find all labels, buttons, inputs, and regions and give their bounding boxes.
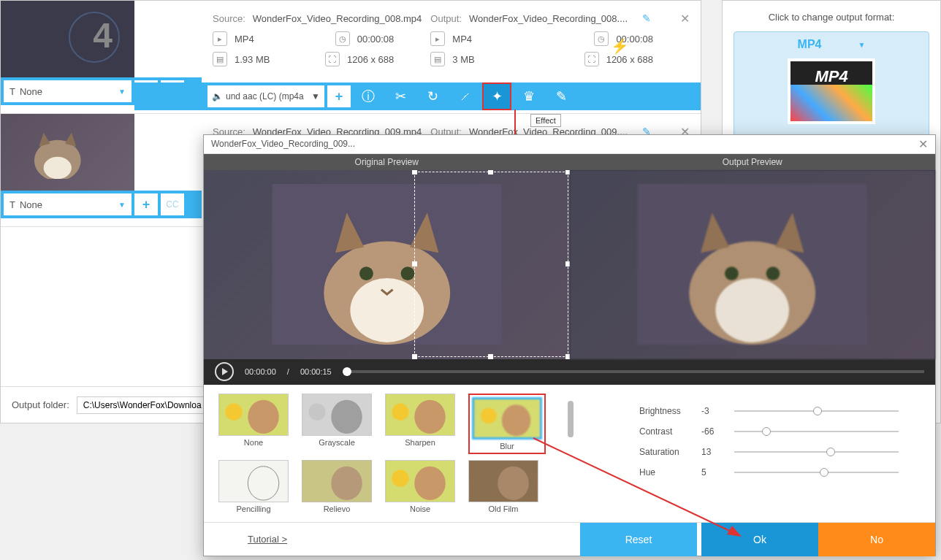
close-icon[interactable]: ✕ xyxy=(918,137,928,151)
speaker-icon: 🔈 xyxy=(212,91,223,101)
effect-blur[interactable]: Blur xyxy=(472,397,542,450)
svg-point-34 xyxy=(498,467,528,500)
format-panel-label: Click to change output format: xyxy=(734,12,929,23)
contrast-slider-row: Contrast-66 xyxy=(639,421,899,442)
chevron-down-icon: ▼ xyxy=(311,91,320,101)
svg-point-15 xyxy=(225,404,242,421)
source-filename: WonderFox_Video_Recording_008.mp4 xyxy=(253,13,422,24)
clock-icon: ◷ xyxy=(335,31,350,46)
svg-point-24 xyxy=(481,408,497,424)
resolution-icon: ⛶ xyxy=(325,52,340,66)
effect-pencilling[interactable]: Pencilling xyxy=(218,460,289,513)
svg-point-29 xyxy=(331,467,362,500)
effect-sharpen[interactable]: Sharpen xyxy=(385,394,455,454)
chevron-down-icon: ▼ xyxy=(118,201,126,209)
hue-slider[interactable] xyxy=(734,472,899,473)
chevron-down-icon: ▼ xyxy=(118,88,126,96)
effect-blur-highlight: Blur xyxy=(468,394,546,454)
timeline-slider[interactable] xyxy=(343,370,924,373)
time-total: 00:00:15 xyxy=(300,367,332,376)
play-button[interactable] xyxy=(215,362,234,381)
filesize-icon: ▤ xyxy=(430,52,445,66)
video-thumbnail[interactable]: 4 xyxy=(1,1,134,77)
add-audio-button[interactable]: + xyxy=(327,85,351,107)
svg-point-1 xyxy=(44,157,72,180)
format-selector[interactable]: MP4▼ MP4 xyxy=(734,31,929,138)
format-icon: ▸ xyxy=(213,31,227,46)
original-preview-header: Original Preview xyxy=(204,154,570,170)
text-icon: T xyxy=(9,86,15,97)
ok-button[interactable]: Ok xyxy=(701,523,818,556)
chevron-down-icon: ▼ xyxy=(858,41,866,49)
svg-point-12 xyxy=(725,267,739,281)
saturation-slider-row: Saturation13 xyxy=(639,442,899,462)
cut-button[interactable]: ✂ xyxy=(386,83,415,110)
svg-point-25 xyxy=(502,404,530,436)
effect-noise[interactable]: Noise xyxy=(385,460,455,513)
effect-button[interactable]: ✦ xyxy=(482,83,511,110)
reset-button[interactable]: Reset xyxy=(580,523,697,556)
svg-point-8 xyxy=(400,267,414,281)
effects-grid: None Grayscale Sharpen Blur Pencilling R… xyxy=(218,394,546,513)
tutorial-link[interactable]: Tutorial > xyxy=(204,534,580,545)
item-toolbar-left: TNone ▼ + CC xyxy=(1,191,202,218)
time-current: 00:00:00 xyxy=(245,367,276,376)
effect-oldfilm[interactable]: Old Film xyxy=(468,460,538,513)
resolution-icon: ⛶ xyxy=(584,52,599,66)
scrollbar[interactable] xyxy=(568,401,574,437)
output-preview-pane xyxy=(570,170,936,359)
video-track-select[interactable]: TNone ▼ xyxy=(4,193,132,215)
brightness-slider[interactable] xyxy=(734,410,899,412)
crop-button[interactable]: ⟋ xyxy=(450,83,479,110)
cat-thumbnail-image xyxy=(1,114,115,179)
effect-grayscale[interactable]: Grayscale xyxy=(302,394,372,454)
selection-box[interactable] xyxy=(414,172,568,357)
original-preview-pane[interactable] xyxy=(204,170,570,359)
preview-image xyxy=(597,184,907,345)
dialog-titlebar: WonderFox_Video_Recording_009... ✕ xyxy=(204,135,935,154)
editing-toolbar: 🔈und aac (LC) (mp4a ▼ + ⓘ ✂ ↻ ⟋ ✦ ♛ ✎ xyxy=(134,83,701,110)
svg-point-32 xyxy=(414,467,445,500)
contrast-slider[interactable] xyxy=(734,431,899,432)
subtitle-button[interactable]: CC xyxy=(161,193,184,215)
no-button[interactable]: No xyxy=(818,523,935,556)
svg-point-7 xyxy=(359,267,373,281)
rotate-button[interactable]: ↻ xyxy=(418,83,447,110)
svg-point-18 xyxy=(308,404,325,421)
output-filename: WonderFox_Video_Recording_008.... xyxy=(469,13,628,24)
saturation-slider[interactable] xyxy=(734,451,899,453)
add-video-button[interactable]: + xyxy=(134,193,158,215)
watermark-button[interactable]: ♛ xyxy=(514,83,544,110)
video-track-select[interactable]: TNone ▼ xyxy=(4,80,132,102)
edit-icon[interactable]: ✎ xyxy=(642,12,651,24)
close-icon[interactable]: ✕ xyxy=(680,12,690,26)
format-icon: ▸ xyxy=(430,31,445,46)
source-label: Source: xyxy=(213,13,245,24)
output-folder-label: Output folder: xyxy=(12,399,69,410)
svg-point-22 xyxy=(414,400,445,434)
output-label: Output: xyxy=(430,13,462,24)
brightness-slider-row: Brightness-3 xyxy=(639,401,899,421)
effect-relievo[interactable]: Relievo xyxy=(302,460,372,513)
svg-point-13 xyxy=(766,267,780,281)
svg-point-11 xyxy=(715,278,789,342)
bolt-icon: ⚡ xyxy=(611,37,629,55)
text-icon: T xyxy=(9,199,15,210)
clock-icon: ◷ xyxy=(594,31,609,46)
output-preview-header: Output Preview xyxy=(570,154,936,170)
video-thumbnail[interactable] xyxy=(1,114,134,191)
svg-point-6 xyxy=(350,278,424,342)
hue-slider-row: Hue5 xyxy=(639,462,899,483)
svg-point-19 xyxy=(331,400,362,434)
svg-point-16 xyxy=(248,400,278,434)
svg-point-31 xyxy=(392,470,408,487)
effect-none[interactable]: None xyxy=(218,394,289,454)
filesize-icon: ▤ xyxy=(213,52,227,66)
info-button[interactable]: ⓘ xyxy=(354,83,383,110)
effect-dialog: WonderFox_Video_Recording_009... ✕ Origi… xyxy=(203,134,936,556)
edit-button[interactable]: ✎ xyxy=(546,83,576,110)
audio-track-select[interactable]: 🔈und aac (LC) (mp4a ▼ xyxy=(207,85,324,107)
adjustment-sliders: Brightness-3 Contrast-66 Saturation13 Hu… xyxy=(595,394,921,513)
svg-rect-26 xyxy=(220,461,288,502)
dialog-footer: Tutorial > Reset Ok No xyxy=(204,522,935,556)
